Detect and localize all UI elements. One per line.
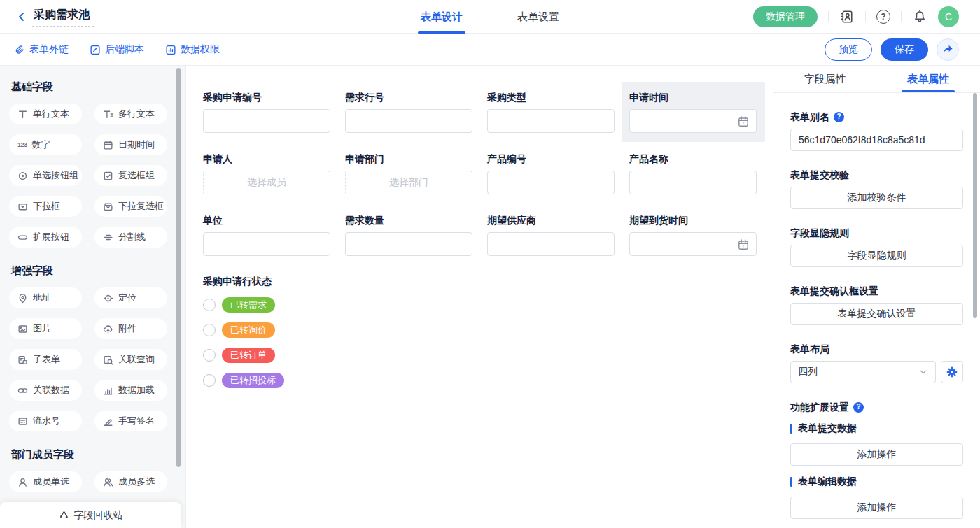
text-input[interactable] [487, 171, 615, 194]
field-visibility-button[interactable]: 字段显隐规则 [790, 245, 963, 267]
data-manage-button[interactable]: 数据管理 [753, 6, 818, 27]
radio-option-converted-inquiry[interactable]: 已转询价 [203, 322, 760, 338]
radio-option-converted-bidding[interactable]: 已转招投标 [203, 373, 760, 388]
form-canvas: 采购申请编号 需求行号 采购类型 申请时间 7 [186, 66, 773, 528]
tab-field-properties[interactable]: 字段属性 [774, 66, 877, 92]
submit-confirm-button[interactable]: 表单提交确认设置 [790, 303, 963, 325]
layout-settings-button[interactable] [941, 361, 963, 383]
text-input[interactable] [203, 232, 330, 256]
text-input[interactable] [203, 109, 330, 133]
submit-data-add-action-button[interactable]: 添加操作 [790, 443, 963, 466]
chevron-down-icon [918, 367, 928, 377]
text-input[interactable] [629, 171, 757, 194]
radio-button[interactable] [203, 374, 216, 387]
avatar[interactable]: C [938, 6, 959, 27]
field-recycle-bin[interactable]: 字段回收站 [0, 502, 181, 528]
field-type-linked-query[interactable]: 关联查询 [94, 349, 167, 370]
canvas-field-product-name[interactable]: 产品名称 [629, 154, 757, 194]
data-permission-link[interactable]: 数据权限 [165, 43, 220, 56]
date-input[interactable]: 7 [629, 232, 757, 256]
back-icon[interactable] [14, 9, 29, 24]
canvas-field-expected-delivery-time[interactable]: 期望到货时间 7 [629, 215, 757, 256]
share-button[interactable] [937, 38, 959, 61]
text-input[interactable] [345, 109, 472, 133]
field-type-multi-line-text[interactable]: 多行文本 [94, 104, 167, 124]
page-title[interactable]: 采购需求池 [32, 6, 94, 27]
add-validation-button[interactable]: 添加校验条件 [790, 187, 963, 209]
tab-form-properties[interactable]: 表单属性 [877, 66, 980, 92]
date-input[interactable]: 7 [629, 109, 757, 133]
canvas-field-demand-line-no[interactable]: 需求行号 [345, 92, 472, 133]
field-type-member-multi[interactable]: 成员多选 [94, 471, 167, 492]
canvas-field-apply-time[interactable]: 申请时间 7 [622, 82, 765, 142]
preview-button[interactable]: 预览 [825, 38, 872, 61]
radio-button[interactable] [203, 324, 216, 336]
image-icon [18, 324, 28, 334]
canvas-field-product-no[interactable]: 产品编号 [487, 154, 615, 194]
layout-select[interactable]: 四列 [790, 361, 936, 383]
department-picker[interactable]: 选择部门 [345, 171, 472, 194]
field-type-serial-number[interactable]: 流水号 [9, 411, 82, 431]
form-toolbar: 表单外链 后端脚本 数据权限 预览 保存 [0, 34, 980, 66]
canvas-field-purchase-request-no[interactable]: 采购申请编号 [203, 92, 330, 133]
field-type-datetime[interactable]: 日期时间 [94, 134, 167, 155]
cloud-upload-icon [103, 324, 113, 334]
field-type-number[interactable]: 123 数字 [9, 134, 82, 155]
field-type-select[interactable]: 下拉框 [9, 196, 82, 217]
address-book-icon[interactable] [839, 9, 855, 24]
radio-option-converted-demand[interactable]: 已转需求 [203, 297, 760, 313]
text-input[interactable] [487, 232, 615, 256]
radio-button[interactable] [203, 299, 216, 311]
canvas-field-applicant[interactable]: 申请人 选择成员 [203, 154, 330, 194]
field-type-attachment[interactable]: 附件 [94, 318, 167, 339]
radio-button[interactable] [203, 349, 216, 362]
help-icon[interactable]: ? [876, 10, 890, 24]
field-type-address[interactable]: 地址 [9, 287, 82, 308]
field-type-radio-group[interactable]: 单选按钮组 [9, 165, 82, 186]
field-type-locate[interactable]: 定位 [94, 287, 167, 308]
field-type-extend-button[interactable]: 扩展按钮 [9, 227, 82, 248]
header-tabs: 表单设计 表单设置 [418, 0, 562, 34]
field-type-linked-data[interactable]: 关联数据 [9, 380, 82, 401]
search-doc-icon [103, 355, 113, 365]
field-type-multi-select[interactable]: 下拉复选框 [94, 196, 167, 217]
field-type-single-line-text[interactable]: 单行文本 [9, 104, 82, 124]
canvas-field-expected-supplier[interactable]: 期望供应商 [487, 215, 615, 256]
tab-form-settings[interactable]: 表单设置 [514, 0, 562, 34]
sidebar-scrollbar[interactable] [176, 68, 181, 467]
field-type-subform[interactable]: 子表单 [9, 349, 82, 370]
properties-scrollbar[interactable] [973, 93, 977, 318]
field-type-signature[interactable]: 手写签名 [94, 411, 167, 431]
field-type-divider[interactable]: 分割线 [94, 227, 167, 248]
canvas-field-unit[interactable]: 单位 [203, 215, 330, 256]
member-picker[interactable]: 选择成员 [203, 171, 330, 194]
properties-panel: 字段属性 表单属性 表单别名 ? 表单提交校验 添加校验条件 字段显隐规则 字段… [773, 66, 980, 528]
field-type-member-single[interactable]: 成员单选 [9, 471, 82, 492]
section-title-member-fields: 部门成员字段 [11, 448, 167, 462]
calendar-icon: 7 [737, 115, 750, 128]
save-button[interactable]: 保存 [881, 38, 928, 61]
field-type-image[interactable]: 图片 [9, 318, 82, 339]
canvas-field-apply-department[interactable]: 申请部门 选择部门 [345, 154, 472, 194]
canvas-field-purchase-type[interactable]: 采购类型 [487, 92, 615, 133]
canvas-field-request-line-status[interactable]: 采购申请行状态 已转需求 已转询价 已转订单 已转招投标 [203, 276, 760, 388]
multiline-text-icon [103, 109, 113, 120]
backend-script-link[interactable]: 后端脚本 [90, 43, 144, 56]
divider-icon [103, 232, 113, 243]
text-input[interactable] [345, 232, 472, 256]
bar-chart-icon [103, 385, 113, 396]
field-type-checkbox-group[interactable]: 复选框组 [94, 165, 167, 186]
radio-option-converted-order[interactable]: 已转订单 [203, 348, 760, 363]
notification-bell-icon[interactable] [912, 9, 927, 24]
field-type-data-load[interactable]: 数据加载 [94, 380, 167, 401]
calendar-icon: 7 [737, 238, 750, 251]
alias-help-icon[interactable]: ? [834, 112, 844, 122]
text-input[interactable] [487, 109, 615, 133]
link-chain-icon [18, 385, 28, 396]
edit-data-add-action-button[interactable]: 添加操作 [790, 497, 963, 519]
form-alias-input[interactable] [790, 129, 963, 151]
form-external-link[interactable]: 表单外链 [14, 43, 69, 56]
tab-form-design[interactable]: 表单设计 [418, 0, 465, 34]
canvas-field-demand-qty[interactable]: 需求数量 [345, 215, 472, 256]
extension-help-icon[interactable]: ? [853, 402, 864, 413]
